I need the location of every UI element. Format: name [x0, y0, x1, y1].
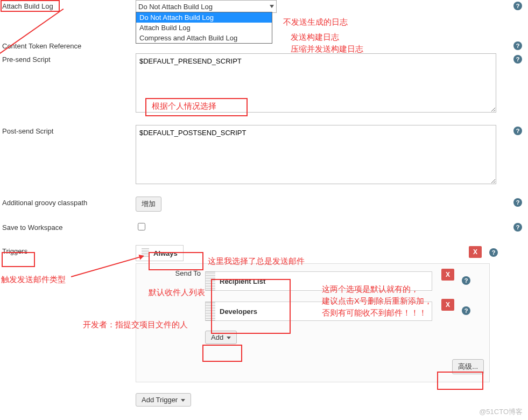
help-icon[interactable]: ?: [513, 41, 522, 50]
help-icon[interactable]: ?: [489, 248, 498, 257]
send-to-label: Send To: [142, 269, 205, 344]
annotation-text: 压缩并发送构建日志: [291, 44, 363, 54]
dropdown-option[interactable]: Do Not Attach Build Log: [136, 12, 272, 23]
dropdown-option[interactable]: Compress and Attach Build Log: [136, 33, 272, 43]
help-icon[interactable]: ?: [513, 198, 522, 207]
dropdown-option[interactable]: Attach Build Log: [136, 23, 272, 33]
annotation-text: 建议点击X号删除后重新添加，: [322, 296, 432, 306]
trigger-block: Send To Recipient List X ? Developers X: [136, 263, 490, 382]
help-icon[interactable]: ?: [513, 127, 522, 135]
add-classpath-button[interactable]: 增加: [136, 197, 161, 212]
caret-down-icon: [181, 399, 185, 402]
add-trigger-button[interactable]: Add Trigger: [136, 393, 191, 407]
annotation-text: 默认收件人列表: [149, 288, 205, 298]
caret-down-icon: [227, 337, 231, 339]
watermark: @51CTO博客: [479, 407, 523, 417]
annotation-text: 触发发送邮件类型: [1, 275, 66, 285]
recipient-label: Developers: [220, 307, 257, 316]
annotation-text: 开发者：指提交项目文件的人: [83, 320, 188, 330]
help-icon[interactable]: ?: [462, 276, 470, 285]
post-send-label: Post-send Script: [2, 127, 53, 135]
help-icon[interactable]: ?: [513, 55, 522, 64]
save-ws-checkbox[interactable]: [138, 223, 145, 230]
annotation-text: 这里我选择了总是发送邮件: [208, 256, 305, 267]
trigger-always-label: Always: [153, 249, 178, 257]
annotation-text: 这两个选项是默认就有的，: [322, 284, 419, 295]
annotation-text: 根据个人情况选择: [152, 101, 216, 111]
recipient-label: Recipient List: [220, 277, 265, 285]
pre-send-label: Pre-send Script: [2, 55, 51, 64]
attach-build-log-label: Attach Build Log: [2, 2, 53, 10]
drag-handle-icon[interactable]: [206, 302, 215, 320]
advanced-button[interactable]: 高级...: [452, 359, 484, 374]
remove-recipient-button[interactable]: X: [441, 269, 454, 281]
post-send-textarea[interactable]: $DEFAULT_POSTSEND_SCRIPT: [136, 125, 496, 184]
help-icon[interactable]: ?: [462, 306, 470, 315]
drag-handle-icon[interactable]: [206, 272, 215, 290]
remove-trigger-button[interactable]: X: [469, 246, 482, 258]
attach-build-log-dropdown: Do Not Attach Build Log Attach Build Log…: [136, 12, 272, 44]
remove-recipient-button[interactable]: X: [441, 299, 454, 311]
annotation-text: 发送构建日志: [291, 32, 339, 43]
groovy-cp-label: Additional groovy classpath: [2, 199, 87, 207]
annotation-text: 否则有可能收不到邮件！！！: [322, 308, 427, 318]
help-icon[interactable]: ?: [513, 2, 522, 10]
annotation-text: 不发送生成的日志: [283, 17, 348, 27]
attach-build-log-select[interactable]: Do Not Attach Build Log: [136, 0, 277, 13]
help-icon[interactable]: ?: [513, 223, 522, 232]
triggers-label: Triggers: [2, 247, 27, 255]
add-recipient-button[interactable]: Add: [205, 331, 237, 344]
save-ws-label: Save to Workspace: [2, 223, 62, 232]
